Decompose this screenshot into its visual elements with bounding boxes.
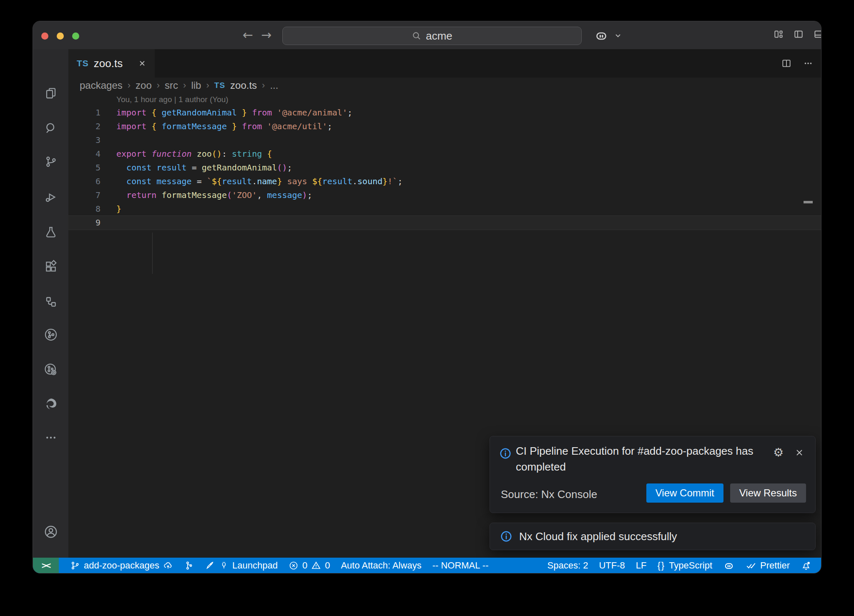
- nx-console-icon[interactable]: [33, 322, 68, 347]
- git-blame-annotation: You, 1 hour ago | 1 author (You): [116, 93, 821, 106]
- code-token: .: [352, 176, 357, 186]
- view-results-button[interactable]: View Results: [730, 483, 806, 503]
- code-token: from: [247, 108, 277, 118]
- tab-zoo-ts[interactable]: TS zoo.ts: [68, 49, 155, 78]
- code-line-7[interactable]: 7 return formatMessage('ZOO', message);: [68, 188, 821, 202]
- search-icon: [412, 31, 422, 41]
- indentation-status[interactable]: Spaces: 2: [542, 558, 594, 573]
- overview-ruler-mark: [804, 201, 813, 203]
- more-views-icon[interactable]: [33, 425, 68, 450]
- code-token: sound: [357, 176, 382, 186]
- launchpad-label: Launchpad: [232, 560, 278, 571]
- code-token: getRandomAnimal: [202, 163, 277, 173]
- notification-settings-gear-icon[interactable]: ⚙: [773, 446, 784, 459]
- code-token: ,: [257, 190, 267, 200]
- info-icon: [499, 447, 512, 460]
- code-token: {: [267, 149, 272, 159]
- code-line-1[interactable]: 1import { getRandomAnimal } from '@acme/…: [68, 106, 821, 120]
- code-text: [100, 133, 116, 147]
- notification-close-icon[interactable]: [794, 448, 804, 458]
- references-hierarchy-icon[interactable]: [33, 289, 68, 314]
- line-number: 9: [68, 216, 100, 230]
- launchpad-status[interactable]: Launchpad: [199, 558, 283, 573]
- breadcrumb-file[interactable]: zoo.ts: [230, 80, 257, 91]
- copilot-menu[interactable]: [594, 28, 622, 43]
- git-branch-status[interactable]: add-zoo-packages: [65, 558, 178, 573]
- encoding-status[interactable]: UTF-8: [593, 558, 630, 573]
- code-token: getRandomAnimal: [161, 108, 237, 118]
- search-sidebar-icon[interactable]: [33, 115, 68, 140]
- breadcrumb-item[interactable]: src: [165, 80, 178, 91]
- code-line-2[interactable]: 2import { formatMessage } from '@acme/ut…: [68, 120, 821, 133]
- eol-status[interactable]: LF: [630, 558, 652, 573]
- breadcrumb-item[interactable]: packages: [80, 80, 123, 91]
- title-bar: ← → acme: [33, 21, 821, 50]
- code-token: ;: [327, 121, 332, 131]
- indent-guide: [152, 233, 153, 274]
- code-line-6[interactable]: 6 const message = `${result.name} says $…: [68, 175, 821, 188]
- prettier-status[interactable]: Prettier: [740, 558, 795, 573]
- breadcrumb-item[interactable]: lib: [191, 80, 201, 91]
- code-token: [116, 163, 126, 173]
- code-token: ;: [397, 176, 402, 186]
- zoom-window-button[interactable]: [72, 33, 79, 40]
- problems-status[interactable]: 0 0: [283, 558, 336, 573]
- warnings-count: 0: [325, 560, 330, 571]
- code-token: ): [282, 163, 287, 173]
- code-token: ;: [347, 108, 352, 118]
- explorer-icon[interactable]: [33, 80, 68, 105]
- tab-close-icon[interactable]: [138, 59, 146, 68]
- remote-indicator[interactable]: ><: [33, 558, 59, 573]
- code-line-8[interactable]: 8}: [68, 202, 821, 216]
- line-number: 4: [68, 147, 100, 161]
- command-center-search[interactable]: acme: [282, 27, 582, 45]
- rocket-icon: [205, 560, 215, 571]
- breadcrumb-more[interactable]: ...: [270, 80, 278, 91]
- source-control-icon[interactable]: [33, 149, 68, 174]
- copilot-status[interactable]: [718, 558, 740, 573]
- vim-mode-status[interactable]: -- NORMAL --: [427, 558, 494, 573]
- code-token: import: [116, 108, 151, 118]
- code-lines: 1import { getRandomAnimal } from '@acme/…: [68, 106, 821, 230]
- source-control-graph-status[interactable]: [178, 558, 199, 573]
- notifications-bell[interactable]: [795, 558, 817, 573]
- code-token: return: [126, 190, 161, 200]
- edge-browser-icon[interactable]: [33, 391, 68, 416]
- git-branch-icon: [70, 561, 80, 571]
- minimize-window-button[interactable]: [57, 33, 64, 40]
- search-query-text: acme: [426, 30, 452, 43]
- info-icon: [500, 530, 512, 543]
- nx-project-details-icon[interactable]: [33, 357, 68, 382]
- run-debug-icon[interactable]: [33, 185, 68, 210]
- close-window-button[interactable]: [41, 33, 48, 40]
- vscode-window: ← → acme: [33, 21, 821, 573]
- account-icon[interactable]: [33, 519, 68, 544]
- extensions-icon[interactable]: [33, 254, 68, 279]
- language-mode-status[interactable]: {} TypeScript: [652, 558, 718, 573]
- code-line-9[interactable]: 9: [68, 216, 821, 230]
- code-text: import { formatMessage } from '@acme/uti…: [100, 120, 332, 133]
- code-line-5[interactable]: 5 const result = getRandomAnimal();: [68, 161, 821, 175]
- language-label: TypeScript: [669, 560, 712, 571]
- toggle-primary-sidebar-icon[interactable]: [793, 29, 804, 40]
- auto-attach-status[interactable]: Auto Attach: Always: [335, 558, 427, 573]
- testing-icon[interactable]: [33, 220, 68, 245]
- code-token: }: [382, 176, 387, 186]
- code-token: [116, 176, 126, 186]
- forward-arrow-icon[interactable]: →: [261, 28, 271, 43]
- customize-layout-icon[interactable]: [773, 29, 784, 40]
- breadcrumb-item[interactable]: zoo: [136, 80, 152, 91]
- editor-more-actions-icon[interactable]: [803, 58, 814, 69]
- view-commit-button[interactable]: View Commit: [646, 483, 723, 503]
- toggle-panel-icon[interactable]: [813, 29, 821, 40]
- eol-label: LF: [636, 560, 647, 571]
- back-arrow-icon[interactable]: ←: [243, 28, 253, 43]
- code-token: ;: [307, 190, 312, 200]
- code-line-3[interactable]: 3: [68, 133, 821, 147]
- code-line-4[interactable]: 4export function zoo(): string {: [68, 147, 821, 161]
- split-editor-icon[interactable]: [781, 58, 792, 69]
- bell-icon: [801, 560, 811, 571]
- code-text: import { getRandomAnimal } from '@acme/a…: [100, 106, 352, 120]
- code-token: message: [156, 176, 196, 186]
- notification-message: CI Pipeline Execution for #add-zoo-packa…: [516, 443, 783, 475]
